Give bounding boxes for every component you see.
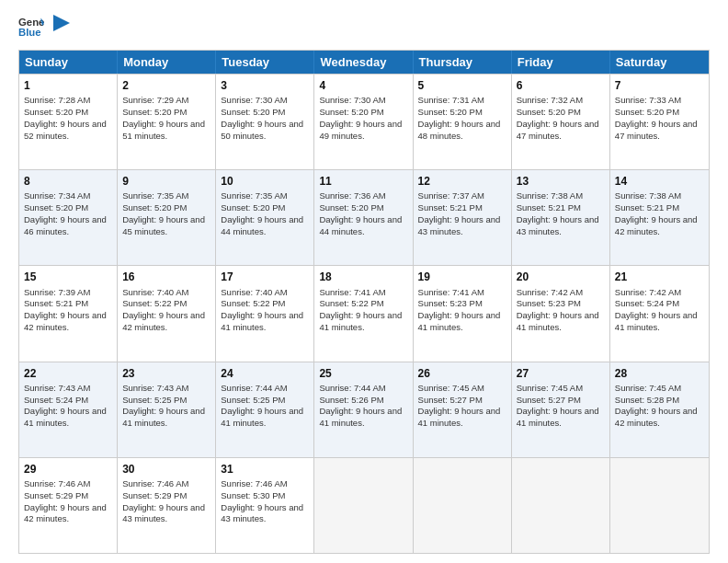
day-number: 1 [24,78,112,93]
sunset-text: Sunset: 5:20 PM [418,107,483,117]
daylight-text: Daylight: 9 hours and 45 minutes. [122,214,205,236]
sunset-text: Sunset: 5:27 PM [418,395,483,405]
day-number: 29 [24,462,112,477]
sunrise-text: Sunrise: 7:40 AM [122,287,188,297]
day-number: 10 [221,174,309,189]
sunrise-text: Sunrise: 7:40 AM [221,287,287,297]
sunset-text: Sunset: 5:20 PM [24,107,88,117]
day-cell-1: 1Sunrise: 7:28 AMSunset: 5:20 PMDaylight… [19,75,118,169]
daylight-text: Daylight: 9 hours and 48 minutes. [418,119,501,141]
day-number: 22 [24,366,112,381]
sunset-text: Sunset: 5:28 PM [615,395,679,405]
sunrise-text: Sunrise: 7:45 AM [418,383,484,393]
empty-cell [314,458,413,553]
sunset-text: Sunset: 5:20 PM [319,202,383,213]
sunrise-text: Sunrise: 7:30 AM [221,95,287,105]
day-number: 12 [418,174,506,189]
daylight-text: Daylight: 9 hours and 50 minutes. [221,119,303,141]
day-number: 27 [517,366,605,381]
header: General Blue [18,15,710,40]
day-number: 13 [517,174,605,189]
day-cell-7: 7Sunrise: 7:33 AMSunset: 5:20 PMDaylight… [610,75,709,169]
weekday-header-sunday: Sunday [19,51,118,74]
day-cell-26: 26Sunrise: 7:45 AMSunset: 5:27 PMDayligh… [414,362,512,457]
sunrise-text: Sunrise: 7:29 AM [122,95,188,105]
day-cell-31: 31Sunrise: 7:46 AMSunset: 5:30 PMDayligh… [216,458,314,553]
day-number: 30 [122,462,210,477]
day-number: 9 [122,174,210,189]
sunrise-text: Sunrise: 7:41 AM [319,287,385,297]
empty-cell [414,458,512,553]
calendar-row-2: 15Sunrise: 7:39 AMSunset: 5:21 PMDayligh… [19,265,709,361]
day-number: 4 [319,78,407,93]
sunrise-text: Sunrise: 7:45 AM [517,383,583,393]
day-number: 7 [615,78,704,93]
daylight-text: Daylight: 9 hours and 41 minutes. [418,310,501,332]
day-cell-14: 14Sunrise: 7:38 AMSunset: 5:21 PMDayligh… [610,170,709,265]
day-number: 15 [24,270,112,284]
day-number: 2 [122,78,210,93]
daylight-text: Daylight: 9 hours and 47 minutes. [517,119,599,141]
sunset-text: Sunset: 5:20 PM [122,202,187,213]
sunrise-text: Sunrise: 7:42 AM [615,287,681,297]
sunrise-text: Sunrise: 7:46 AM [24,478,90,488]
day-number: 14 [615,174,704,189]
day-number: 6 [517,78,605,93]
sunset-text: Sunset: 5:20 PM [221,202,285,213]
daylight-text: Daylight: 9 hours and 42 minutes. [615,214,698,236]
daylight-text: Daylight: 9 hours and 42 minutes. [122,310,205,332]
daylight-text: Daylight: 9 hours and 41 minutes. [517,310,599,332]
weekday-header-thursday: Thursday [414,51,512,74]
sunrise-text: Sunrise: 7:43 AM [122,383,188,393]
sunset-text: Sunset: 5:20 PM [221,107,285,117]
calendar-body: 1Sunrise: 7:28 AMSunset: 5:20 PMDaylight… [19,74,709,553]
sunset-text: Sunset: 5:29 PM [24,490,88,500]
daylight-text: Daylight: 9 hours and 49 minutes. [319,119,402,141]
sunrise-text: Sunrise: 7:43 AM [24,383,90,393]
daylight-text: Daylight: 9 hours and 41 minutes. [122,406,205,428]
sunset-text: Sunset: 5:22 PM [319,298,383,308]
daylight-text: Daylight: 9 hours and 41 minutes. [319,406,402,428]
day-cell-12: 12Sunrise: 7:37 AMSunset: 5:21 PMDayligh… [414,170,512,265]
sunset-text: Sunset: 5:29 PM [122,490,187,500]
day-cell-27: 27Sunrise: 7:45 AMSunset: 5:27 PMDayligh… [512,362,610,457]
logo-icon: General Blue [18,15,44,40]
day-cell-5: 5Sunrise: 7:31 AMSunset: 5:20 PMDaylight… [414,75,512,169]
daylight-text: Daylight: 9 hours and 43 minutes. [122,502,205,524]
sunrise-text: Sunrise: 7:37 AM [418,190,484,201]
daylight-text: Daylight: 9 hours and 51 minutes. [122,119,205,141]
day-cell-20: 20Sunrise: 7:42 AMSunset: 5:23 PMDayligh… [512,266,610,361]
day-number: 3 [221,78,309,93]
calendar: SundayMondayTuesdayWednesdayThursdayFrid… [18,50,710,554]
sunset-text: Sunset: 5:27 PM [517,395,581,405]
sunrise-text: Sunrise: 7:44 AM [319,383,385,393]
weekday-header-saturday: Saturday [610,51,709,74]
daylight-text: Daylight: 9 hours and 41 minutes. [221,406,303,428]
sunset-text: Sunset: 5:30 PM [221,490,285,500]
daylight-text: Daylight: 9 hours and 46 minutes. [24,214,107,236]
sunset-text: Sunset: 5:24 PM [615,298,679,308]
sunrise-text: Sunrise: 7:35 AM [221,190,287,201]
daylight-text: Daylight: 9 hours and 43 minutes. [221,502,303,524]
day-cell-28: 28Sunrise: 7:45 AMSunset: 5:28 PMDayligh… [610,362,709,457]
day-cell-10: 10Sunrise: 7:35 AMSunset: 5:20 PMDayligh… [216,170,314,265]
page: General Blue SundayMondayTuesdayWednesda… [0,0,728,563]
day-number: 23 [122,366,210,381]
sunrise-text: Sunrise: 7:36 AM [319,190,385,201]
daylight-text: Daylight: 9 hours and 43 minutes. [517,214,599,236]
day-number: 18 [319,270,407,284]
day-cell-16: 16Sunrise: 7:40 AMSunset: 5:22 PMDayligh… [118,266,216,361]
daylight-text: Daylight: 9 hours and 41 minutes. [319,310,402,332]
day-cell-29: 29Sunrise: 7:46 AMSunset: 5:29 PMDayligh… [19,458,118,553]
day-cell-8: 8Sunrise: 7:34 AMSunset: 5:20 PMDaylight… [19,170,118,265]
daylight-text: Daylight: 9 hours and 52 minutes. [24,119,107,141]
sunset-text: Sunset: 5:20 PM [319,107,383,117]
day-number: 19 [418,270,506,284]
calendar-row-0: 1Sunrise: 7:28 AMSunset: 5:20 PMDaylight… [19,74,709,169]
weekday-header-monday: Monday [118,51,216,74]
day-number: 17 [221,270,309,284]
day-cell-30: 30Sunrise: 7:46 AMSunset: 5:29 PMDayligh… [118,458,216,553]
empty-cell [512,458,610,553]
sunset-text: Sunset: 5:23 PM [517,298,581,308]
weekday-header-friday: Friday [512,51,610,74]
